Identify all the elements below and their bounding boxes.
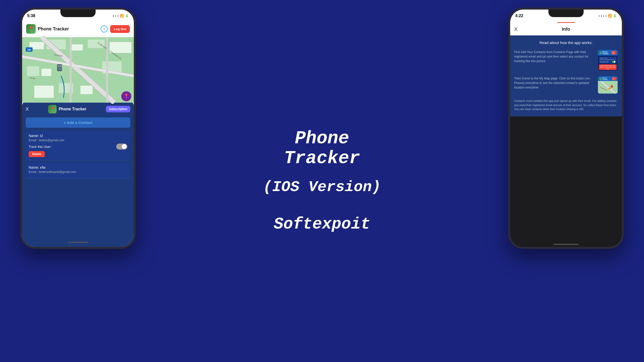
contacts-list: Name: t2 Email : testios@gmail.com Track…	[26, 131, 130, 180]
mini-contact-1: Name: test Email: test@gmail.com Track t…	[599, 57, 617, 64]
right-wifi-icon: 📶	[608, 14, 612, 18]
info-section-2: Then Come to the My Map page. Click on t…	[514, 76, 618, 94]
left-app-logo: 📍	[26, 24, 36, 34]
right-signal-dots: ● ● ● ●	[598, 15, 607, 17]
mini-map-svg	[598, 81, 618, 94]
mini-toggle-1	[612, 61, 616, 63]
top-indicator	[510, 22, 622, 23]
sheet-app-title: Phone Tracker	[59, 107, 86, 111]
scroll-indicator	[68, 242, 88, 243]
left-phone: 5:38 ✈ ● ● ● 📶 🔋 📍 Phone Tracker i Log O…	[20, 8, 136, 249]
mini-map-header: Phone Tracker Log Out	[598, 76, 618, 81]
track-label: Track this User:	[29, 145, 52, 149]
right-phone-notch	[548, 10, 584, 17]
svg-rect-6	[27, 66, 39, 76]
right-status-icons: ● ● ● ● 📶 🔋	[598, 14, 617, 18]
mini-map-logo	[599, 77, 601, 80]
left-phone-body: 5:38 ✈ ● ● ● 📶 🔋 📍 Phone Tracker i Log O…	[22, 10, 134, 247]
logout-button[interactable]: Log Out	[110, 25, 130, 33]
right-battery-icon: 🔋	[613, 14, 617, 18]
sheet-close-button[interactable]: X	[26, 107, 29, 112]
mini-header-1: Phone Tracker Log Out	[598, 50, 618, 56]
contact-email: Email : testersoftexpoit@gmail.com	[29, 170, 127, 174]
left-status-icons: ● ● ● 📶 🔋	[113, 14, 129, 18]
mini-logo-1	[599, 51, 601, 54]
location-pin-button[interactable]: 📍	[121, 91, 131, 101]
contact-item: Name: efw Email : testersoftexpoit@gmail…	[26, 162, 130, 178]
app-title: Phone Tracker	[263, 129, 381, 168]
svg-point-31	[611, 85, 613, 88]
sheet-header: X 📍 Phone Tracker Subscription	[26, 105, 130, 113]
screenshot-2: Phone Tracker Log Out	[598, 76, 618, 94]
contact-name: Name: efw	[29, 165, 127, 169]
svg-point-32	[609, 87, 611, 89]
add-contact-button[interactable]: + Add a Contact	[26, 117, 130, 128]
delete-button[interactable]: Delete	[29, 151, 45, 157]
left-signal-dots: ● ● ●	[113, 15, 119, 17]
brand-name: Softexpoit	[263, 215, 381, 233]
svg-rect-7	[42, 69, 51, 76]
info-text-1: First Add Your Contacts from Contacts Pa…	[514, 50, 595, 63]
info-section-1: First Add Your Contacts from Contacts Pa…	[514, 50, 618, 71]
subscription-button[interactable]: Subscription	[106, 106, 130, 112]
screenshot-1: Phone Tracker Log Out Name: test Email: …	[598, 50, 618, 71]
info-header: X Info	[510, 23, 622, 35]
mini-map-area	[598, 81, 618, 94]
map-area: 280 ELSE WAY PURISSIMA RD CA RD LEANDER …	[22, 36, 134, 104]
info-subtitle: Read about how the app works:	[514, 40, 618, 45]
mini-add-btn: Add Contact Like This then turn on Track…	[599, 64, 617, 70]
svg-rect-3	[71, 44, 83, 51]
svg-text:280: 280	[27, 49, 31, 51]
track-toggle[interactable]	[116, 144, 127, 150]
info-footer-text: Contacts must installed this app and sig…	[514, 99, 618, 111]
contact-name: Name: t2	[29, 134, 127, 138]
track-row: Track this User:	[29, 144, 127, 150]
right-phone: 4:22 ✈ ● ● ● ● 📶 🔋 X Info Read about how…	[508, 8, 624, 249]
contact-item: Name: t2 Email : testios@gmail.com Track…	[26, 131, 130, 160]
sheet-logo: 📍	[48, 105, 57, 113]
left-bottom-sheet: X 📍 Phone Tracker Subscription + Add a C…	[22, 101, 134, 247]
info-title: Info	[521, 27, 610, 32]
center-content: Phone Tracker (IOS Version) Softexpoit	[263, 129, 381, 233]
contact-email: Email : testios@gmail.com	[29, 139, 127, 142]
app-version: (IOS Version)	[263, 178, 381, 196]
left-battery-icon: 🔋	[125, 14, 129, 18]
svg-rect-11	[80, 86, 93, 94]
mini-content-1: Name: test Email: test@gmail.com Track t…	[598, 56, 618, 71]
left-wifi-icon: 📶	[120, 14, 124, 18]
sheet-logo-area: 📍 Phone Tracker	[48, 105, 86, 113]
right-home-indicator	[553, 244, 579, 245]
svg-rect-25	[58, 65, 60, 67]
left-phone-notch	[60, 10, 96, 17]
info-button[interactable]: i	[101, 25, 108, 32]
right-time: 4:22	[515, 14, 523, 18]
svg-rect-27	[58, 68, 62, 70]
red-bar	[557, 22, 575, 23]
left-app-header: 📍 Phone Tracker i Log Out	[22, 22, 134, 36]
left-app-title: Phone Tracker	[38, 26, 101, 32]
left-time: 5:38	[27, 14, 35, 18]
close-button[interactable]: X	[514, 26, 517, 32]
info-text-2: Then Come to the My Map page. Click on t…	[514, 76, 595, 90]
svg-rect-9	[34, 86, 54, 98]
map-svg: 280 ELSE WAY PURISSIMA RD CA RD LEANDER	[22, 36, 134, 104]
toggle-knob	[122, 144, 127, 149]
info-content: Read about how the app works: First Add …	[510, 35, 622, 116]
svg-rect-5	[109, 42, 131, 53]
svg-rect-26	[60, 65, 62, 67]
